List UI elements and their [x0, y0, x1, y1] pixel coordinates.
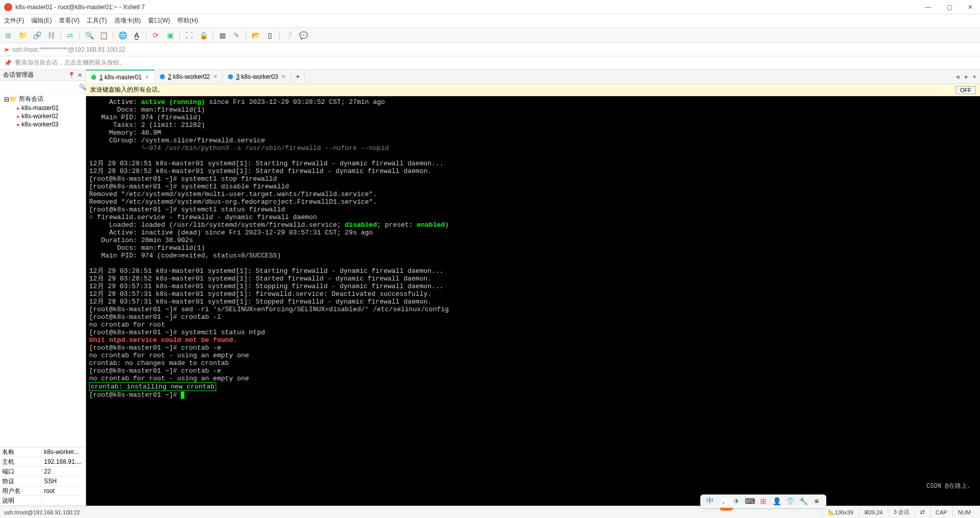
terminal[interactable]: Active: active (running) since Fri 2023-…	[86, 96, 980, 506]
sidebar-search-input[interactable]	[2, 83, 79, 91]
ime-send-icon[interactable]: ✈	[732, 497, 741, 506]
tab-worker02[interactable]: 2 k8s-worker02 ✕	[155, 70, 223, 83]
tab-next-icon[interactable]: ►	[964, 73, 970, 80]
status-encoding[interactable]: ⇄	[914, 506, 930, 518]
script-icon[interactable]: ✎	[232, 30, 242, 40]
ime-punct-icon[interactable]: ，	[719, 497, 728, 506]
font-color-icon[interactable]: A̲	[132, 30, 142, 40]
close-button[interactable]: ✕	[965, 4, 976, 11]
ime-cn-icon[interactable]: 中	[705, 497, 715, 506]
status-dot-icon	[91, 75, 96, 80]
folder-icon[interactable]: 📂	[251, 30, 261, 40]
tab-close-icon[interactable]: ✕	[281, 74, 285, 79]
new-session-icon[interactable]: ⊞	[3, 30, 13, 40]
separator	[146, 31, 147, 40]
status-cursor-pos: ⊞ 39,24	[859, 506, 888, 518]
session-icon: ●	[16, 122, 19, 127]
maximize-button[interactable]: ▢	[944, 4, 955, 11]
prop-key: 说明	[0, 497, 42, 505]
sidebar-close-icon[interactable]: ✕	[77, 72, 82, 79]
tree-root-label: 所有会话	[19, 95, 44, 103]
session-icon: ●	[16, 114, 19, 119]
terminal-cursor	[181, 392, 184, 399]
layout-icon[interactable]: ▯	[265, 30, 275, 40]
addressbar-url[interactable]: ssh://root:************@192.168.91.100:2…	[12, 46, 126, 53]
menu-edit[interactable]: 编辑(E)	[31, 16, 52, 25]
fullscreen-icon[interactable]: ⛶	[184, 30, 194, 40]
ime-settings-icon[interactable]: ≡	[812, 497, 821, 506]
tree-item-label: k8s-worker02	[22, 113, 58, 120]
reconnect-icon[interactable]: 🔗	[32, 30, 42, 40]
toolbar: ⊞ 📁 🔗 ⛓ ⇄ 🔍 📋 🌐 A̲ ⟳ ▣ ⛶ 🔒 ▦ ✎ 📂 ▯ ❔ 💬	[0, 28, 980, 43]
tabstrip: 1 k8s-master01 ✕ 2 k8s-worker02 ✕ 3 k8s-…	[86, 70, 980, 84]
menubar: 文件(F) 编辑(E) 查看(V) 工具(T) 选项卡(B) 窗口(W) 帮助(…	[0, 14, 980, 28]
menu-file[interactable]: 文件(F)	[4, 16, 24, 25]
content: 1 k8s-master01 ✕ 2 k8s-worker02 ✕ 3 k8s-…	[86, 70, 980, 506]
chat-icon[interactable]: 💬	[298, 30, 308, 40]
lock-icon[interactable]: 🔒	[198, 30, 208, 40]
separator	[79, 31, 80, 40]
ime-grid-icon[interactable]: ⊞	[759, 497, 768, 506]
help-icon[interactable]: ❔	[284, 30, 294, 40]
prop-key: 端口	[0, 467, 42, 476]
minimize-button[interactable]: —	[922, 4, 934, 11]
status-cap: CAP	[930, 506, 952, 518]
disconnect-icon[interactable]: ⛓	[46, 30, 56, 40]
search-icon[interactable]: 🔍	[79, 83, 87, 91]
prop-key: 主机	[0, 458, 42, 466]
refresh-icon[interactable]: ⟳	[151, 30, 161, 40]
tab-label: k8s-master01	[105, 74, 142, 81]
calc-icon[interactable]: ▦	[217, 30, 227, 40]
sidebar-pin-icon[interactable]: 📍	[68, 72, 75, 79]
sidebar-header: 会话管理器 📍 ✕	[0, 70, 86, 81]
tab-accel: 3	[236, 73, 240, 80]
tab-master01[interactable]: 1 k8s-master01 ✕	[86, 70, 155, 83]
session-properties: 名称k8s-worker... 主机192.168.91.... 端口22 协议…	[0, 447, 86, 506]
record-icon[interactable]: ▣	[165, 30, 175, 40]
collapse-icon[interactable]: ⊟	[4, 96, 9, 103]
transfer-icon[interactable]: ⇄	[65, 30, 75, 40]
status-dot-icon	[228, 74, 233, 79]
addressbar-arrow-icon[interactable]: ➤	[4, 46, 9, 53]
tab-menu-icon[interactable]: ▾	[973, 73, 976, 80]
globe-icon[interactable]: 🌐	[117, 30, 128, 40]
session-tree: ⊟ 📁 所有会话 ● k8s-master01 ● k8s-worker02 ●…	[0, 93, 86, 447]
open-icon[interactable]: 📁	[17, 30, 28, 40]
menu-tools[interactable]: 工具(T)	[87, 16, 107, 25]
copy-icon[interactable]: 📋	[98, 30, 109, 40]
tab-close-icon[interactable]: ✕	[145, 74, 149, 80]
tab-prev-icon[interactable]: ◄	[954, 73, 961, 80]
statusbar: ssh://root@192.168.91.100:22 📐 136x39 ⊞ …	[0, 506, 980, 518]
tree-item-worker02[interactable]: ● k8s-worker02	[2, 112, 84, 120]
prop-row: 用户名root	[0, 486, 86, 496]
session-icon: ●	[16, 105, 19, 111]
pin-icon[interactable]: 📌	[4, 59, 12, 67]
tree-item-worker03[interactable]: ● k8s-worker03	[2, 120, 84, 128]
prop-key: 用户名	[0, 487, 42, 495]
hintbar: 📌 要添加当前会话，点击左侧的箭头按钮。	[0, 56, 980, 70]
tab-close-icon[interactable]: ✕	[213, 74, 217, 79]
ime-tool-icon[interactable]: 🔧	[799, 497, 808, 506]
ime-user-icon[interactable]: 👤	[772, 497, 781, 506]
tree-item-master01[interactable]: ● k8s-master01	[2, 104, 84, 112]
ime-skin-icon[interactable]: 👕	[785, 497, 795, 506]
broadcast-toggle-button[interactable]: OFF	[955, 86, 976, 94]
tab-add-button[interactable]: +	[291, 70, 305, 83]
menu-help[interactable]: 帮助(H)	[177, 16, 198, 25]
tree-root[interactable]: ⊟ 📁 所有会话	[2, 94, 84, 104]
separator	[246, 31, 246, 40]
prop-row: 主机192.168.91....	[0, 457, 86, 467]
search-icon[interactable]: 🔍	[84, 30, 94, 40]
tab-worker03[interactable]: 3 k8s-worker03 ✕	[223, 70, 291, 83]
app-icon	[4, 3, 12, 11]
ime-tray: 中 ， ✈ ⌨ ⊞ 👤 👕 🔧 ≡	[700, 494, 826, 508]
menu-view[interactable]: 查看(V)	[59, 16, 79, 25]
titlebar: k8s-master01 - root@k8s-master01:~ - Xsh…	[0, 0, 980, 14]
broadcast-text: 发送键盘输入的所有会话。	[90, 85, 164, 94]
tree-item-label: k8s-worker03	[22, 121, 58, 128]
menu-tabs[interactable]: 选项卡(B)	[114, 16, 141, 25]
status-termsize: 📐 136x39	[822, 506, 859, 518]
separator	[179, 31, 180, 40]
menu-window[interactable]: 窗口(W)	[148, 16, 170, 25]
ime-keyboard-icon[interactable]: ⌨	[745, 497, 755, 506]
